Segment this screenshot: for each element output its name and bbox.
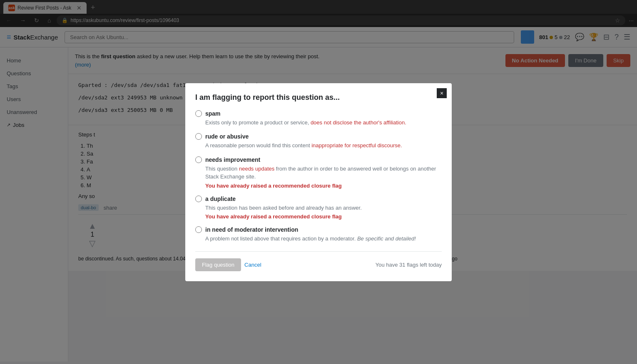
- flags-left-text: You have 31 flags left today: [376, 262, 442, 268]
- flag-question-button[interactable]: Flag question: [195, 258, 241, 271]
- moderator-radio[interactable]: [195, 226, 202, 233]
- flag-modal: I am flagging to report this question as…: [185, 83, 452, 281]
- modal-overlay[interactable]: I am flagging to report this question as…: [0, 0, 637, 362]
- needs-updates-link[interactable]: needs updates: [239, 166, 274, 172]
- duplicate-desc: This question has been asked before and …: [195, 204, 442, 212]
- needs-improvement-desc: This question needs updates from the aut…: [195, 165, 442, 181]
- duplicate-already-flagged: You have already raised a recommended cl…: [195, 213, 442, 220]
- modal-title: I am flagging to report this question as…: [195, 93, 442, 102]
- rude-link[interactable]: inappropriate for respectful discourse.: [311, 142, 402, 149]
- cancel-button[interactable]: Cancel: [244, 258, 261, 271]
- spam-radio[interactable]: [195, 110, 202, 117]
- spam-link[interactable]: does not disclose the author's affiliati…: [311, 119, 406, 126]
- duplicate-radio[interactable]: [195, 196, 202, 202]
- needs-improvement-already-flagged: You have already raised a recommended cl…: [195, 183, 442, 189]
- spam-label[interactable]: spam: [205, 110, 221, 117]
- modal-footer: Flag question Cancel You have 31 flags l…: [195, 251, 442, 271]
- flag-option-rude: rude or abusive A reasonable person woul…: [195, 133, 442, 150]
- spam-desc: Exists only to promote a product or serv…: [195, 119, 442, 127]
- flag-option-needs-improvement: needs improvement This question needs up…: [195, 156, 442, 189]
- flag-option-spam: spam Exists only to promote a product or…: [195, 110, 442, 127]
- rude-label[interactable]: rude or abusive: [205, 133, 249, 140]
- rude-radio[interactable]: [195, 133, 202, 140]
- needs-improvement-label[interactable]: needs improvement: [205, 156, 260, 163]
- modal-footer-actions: Flag question Cancel: [195, 258, 261, 271]
- flag-option-moderator: in need of moderator intervention A prob…: [195, 226, 442, 243]
- moderator-desc: A problem not listed above that requires…: [195, 235, 442, 243]
- flag-option-duplicate: a duplicate This question has been asked…: [195, 196, 442, 220]
- moderator-label[interactable]: in need of moderator intervention: [205, 226, 298, 233]
- duplicate-label[interactable]: a duplicate: [205, 196, 236, 202]
- rude-desc: A reasonable person would find this cont…: [195, 141, 442, 150]
- needs-improvement-radio[interactable]: [195, 156, 202, 163]
- modal-close-button[interactable]: ×: [437, 88, 447, 98]
